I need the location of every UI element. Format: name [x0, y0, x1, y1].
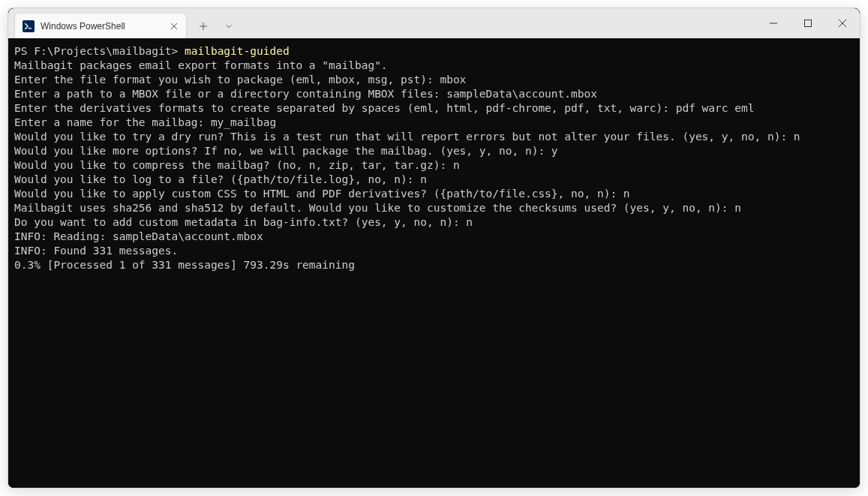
svg-rect-1	[805, 20, 812, 27]
terminal-line: Mailbagit packages email export formats …	[14, 59, 854, 73]
terminal-line: Enter a name for the mailbag: my_mailbag	[14, 116, 854, 130]
minimize-button[interactable]	[756, 8, 791, 38]
tab-close-button[interactable]	[168, 20, 180, 32]
window-controls	[756, 8, 860, 38]
terminal-line: INFO: Found 331 messages.	[14, 244, 854, 258]
tab-actions	[191, 14, 241, 38]
terminal-line: Enter the derivatives formats to create …	[14, 101, 854, 116]
new-tab-button[interactable]	[191, 14, 215, 38]
terminal-window: Windows PowerShell	[8, 8, 860, 488]
svg-rect-0	[23, 21, 34, 32]
terminal-line: Do you want to add custom metadata in ba…	[14, 215, 854, 230]
terminal-line: Would you like to apply custom CSS to HT…	[14, 187, 854, 201]
tab-dropdown-button[interactable]	[217, 14, 241, 38]
terminal-content[interactable]: PS F:\Projects\mailbagit> mailbagit-guid…	[8, 38, 860, 488]
terminal-line: Would you like to try a dry run? This is…	[14, 130, 854, 144]
command: mailbagit-guided	[185, 45, 290, 57]
terminal-line: PS F:\Projects\mailbagit> mailbagit-guid…	[14, 44, 854, 59]
terminal-line: Would you like more options? If no, we w…	[14, 144, 854, 158]
tab-powershell[interactable]: Windows PowerShell	[14, 13, 187, 38]
terminal-line: INFO: Reading: sampleData\account.mbox	[14, 230, 854, 244]
terminal-line: 0.3% [Processed 1 of 331 messages] 793.2…	[14, 258, 854, 272]
terminal-line: Mailbagit uses sha256 and sha512 by defa…	[14, 201, 854, 215]
terminal-line: Would you like to log to a file? ({path/…	[14, 173, 854, 187]
tabs-area: Windows PowerShell	[8, 8, 756, 38]
terminal-line: Enter a path to a MBOX file or a directo…	[14, 87, 854, 101]
tab-title: Windows PowerShell	[41, 21, 162, 32]
terminal-line: Would you like to compress the mailbag? …	[14, 158, 854, 173]
terminal-line: Enter the file format you wish to packag…	[14, 73, 854, 87]
close-button[interactable]	[825, 8, 860, 38]
prompt: PS F:\Projects\mailbagit>	[14, 45, 185, 57]
powershell-icon	[23, 20, 35, 32]
maximize-button[interactable]	[791, 8, 825, 38]
titlebar: Windows PowerShell	[8, 8, 860, 38]
